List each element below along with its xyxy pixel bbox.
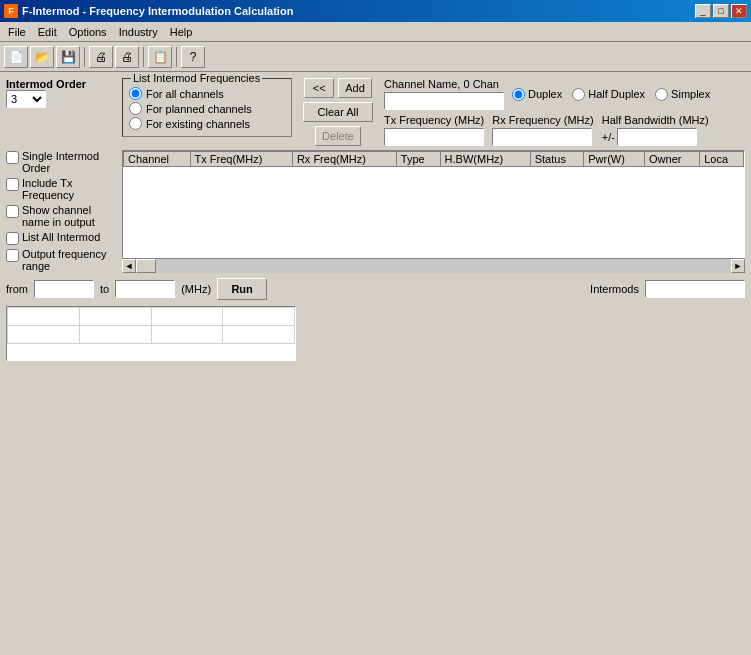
radio-planned-channels-input[interactable]: [129, 102, 142, 115]
maximize-button[interactable]: □: [713, 4, 729, 18]
channel-top: Channel Name, 0 Chan Duplex Half Duplex: [384, 78, 745, 110]
channel-table-container: Channel Tx Freq(MHz) Rx Freq(MHz) Type H…: [122, 150, 745, 258]
list-all-intermod-check: List All Intermod: [6, 231, 116, 245]
help-button[interactable]: ?: [181, 46, 205, 68]
add-button[interactable]: Add: [338, 78, 372, 98]
col-rx-freq: Rx Freq(MHz): [292, 152, 396, 167]
from-input[interactable]: [34, 280, 94, 298]
scroll-track: [136, 259, 731, 273]
menu-industry[interactable]: Industry: [113, 24, 164, 40]
intermods-input[interactable]: [645, 280, 745, 298]
single-intermod-checkbox[interactable]: [6, 151, 19, 164]
tx-freq-label: Tx Frequency (MHz): [384, 114, 484, 126]
include-tx-check: Include Tx Frequency: [6, 177, 116, 201]
from-label: from: [6, 283, 28, 295]
bottom-table-container: [6, 306, 296, 361]
freq-row: Tx Frequency (MHz) Rx Frequency (MHz) Ha…: [384, 114, 745, 146]
print-button[interactable]: 🖨: [89, 46, 113, 68]
col-pwr: Pwr(W): [584, 152, 645, 167]
app-icon: F: [4, 4, 18, 18]
radio-planned-channels-label: For planned channels: [146, 103, 252, 115]
scroll-thumb[interactable]: [136, 259, 156, 273]
table-row: [8, 308, 295, 326]
run-area: from to (MHz) Run Intermods: [6, 276, 745, 302]
channel-name-label: Channel Name, 0 Chan: [384, 78, 504, 90]
table-row: [8, 326, 295, 344]
bottom-table: [7, 307, 295, 344]
radio-all-channels: For all channels: [129, 87, 285, 100]
print2-button[interactable]: 🖨: [115, 46, 139, 68]
horizontal-scrollbar[interactable]: ◄ ►: [122, 258, 745, 272]
tx-freq-group: Tx Frequency (MHz): [384, 114, 484, 146]
radio-all-channels-label: For all channels: [146, 88, 224, 100]
bottom-cell-8: [223, 326, 295, 344]
include-tx-checkbox[interactable]: [6, 178, 19, 191]
include-tx-label: Include Tx Frequency: [22, 177, 116, 201]
intermod-order-select[interactable]: 3 5 7 9: [6, 90, 46, 108]
half-bw-label: Half Bandwidth (MHz): [602, 114, 709, 126]
menu-options[interactable]: Options: [63, 24, 113, 40]
toolbar-separator-1: [84, 47, 85, 67]
channel-area: Channel Name, 0 Chan Duplex Half Duplex: [384, 78, 745, 146]
save-button[interactable]: 💾: [56, 46, 80, 68]
half-bw-input[interactable]: [617, 128, 697, 146]
close-button[interactable]: ✕: [731, 4, 747, 18]
menu-edit[interactable]: Edit: [32, 24, 63, 40]
copy-button[interactable]: 📋: [148, 46, 172, 68]
clear-all-button[interactable]: Clear All: [303, 102, 373, 122]
bottom-cell-4: [223, 308, 295, 326]
single-intermod-label: Single Intermod Order: [22, 150, 116, 174]
radio-existing-channels-label: For existing channels: [146, 118, 250, 130]
rx-freq-input[interactable]: [492, 128, 592, 146]
radio-existing-channels-input[interactable]: [129, 117, 142, 130]
to-input[interactable]: [115, 280, 175, 298]
duplex-group: Duplex Half Duplex Simplex: [512, 88, 710, 101]
tx-freq-input[interactable]: [384, 128, 484, 146]
new-button[interactable]: 📄: [4, 46, 28, 68]
menu-help[interactable]: Help: [164, 24, 199, 40]
show-channel-checkbox[interactable]: [6, 205, 19, 218]
center-controls: << Add Clear All Delete: [298, 78, 378, 146]
radio-planned-channels: For planned channels: [129, 102, 285, 115]
menu-file[interactable]: File: [2, 24, 32, 40]
bottom-cell-3: [151, 308, 223, 326]
simplex-label: Simplex: [671, 88, 710, 100]
bottom-cell-6: [79, 326, 151, 344]
open-button[interactable]: 📂: [30, 46, 54, 68]
col-hbw: H.BW(MHz): [440, 152, 530, 167]
to-label: to: [100, 283, 109, 295]
col-tx-freq: Tx Freq(MHz): [190, 152, 292, 167]
bottom-cell-7: [151, 326, 223, 344]
single-intermod-check: Single Intermod Order: [6, 150, 116, 174]
rx-freq-group: Rx Frequency (MHz): [492, 114, 593, 146]
menu-bar: File Edit Options Industry Help: [0, 22, 751, 42]
left-checks: Single Intermod Order Include Tx Frequen…: [6, 150, 116, 272]
intermod-order-group: Intermod Order 3 5 7 9: [6, 78, 116, 108]
toolbar-separator-2: [143, 47, 144, 67]
toolbar: 📄 📂 💾 🖨 🖨 📋 ?: [0, 42, 751, 72]
col-channel: Channel: [124, 152, 191, 167]
delete-button[interactable]: Delete: [315, 126, 361, 146]
table-section: Single Intermod Order Include Tx Frequen…: [6, 150, 745, 272]
mhz-label: (MHz): [181, 283, 211, 295]
half-bw-group: Half Bandwidth (MHz) +/-: [602, 114, 709, 146]
nav-back-button[interactable]: <<: [304, 78, 334, 98]
duplex-radio[interactable]: [512, 88, 525, 101]
simplex-option: Simplex: [655, 88, 710, 101]
radio-existing-channels: For existing channels: [129, 117, 285, 130]
toolbar-separator-3: [176, 47, 177, 67]
minimize-button[interactable]: _: [695, 4, 711, 18]
bottom-cell-1: [8, 308, 80, 326]
half-duplex-radio[interactable]: [572, 88, 585, 101]
col-type: Type: [396, 152, 440, 167]
list-all-intermod-checkbox[interactable]: [6, 232, 19, 245]
channel-table: Channel Tx Freq(MHz) Rx Freq(MHz) Type H…: [123, 151, 744, 167]
output-freq-checkbox[interactable]: [6, 249, 19, 262]
radio-all-channels-input[interactable]: [129, 87, 142, 100]
channel-name-input[interactable]: [384, 92, 504, 110]
scroll-left-button[interactable]: ◄: [122, 259, 136, 273]
rx-freq-label: Rx Frequency (MHz): [492, 114, 593, 126]
simplex-radio[interactable]: [655, 88, 668, 101]
run-button[interactable]: Run: [217, 278, 267, 300]
scroll-right-button[interactable]: ►: [731, 259, 745, 273]
